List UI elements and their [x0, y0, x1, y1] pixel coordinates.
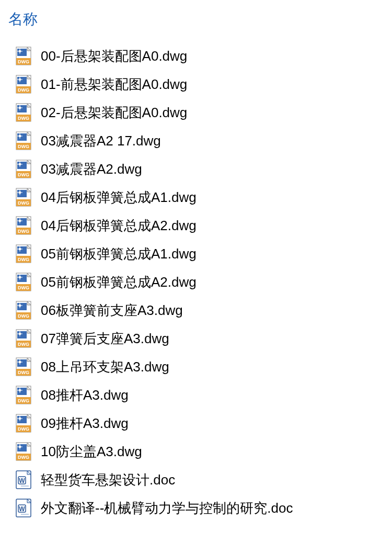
- column-header-name[interactable]: 名称: [0, 0, 392, 42]
- dwg-file-icon: [16, 244, 31, 263]
- file-row[interactable]: 05前钢板弹簧总成A2.dwg: [0, 268, 392, 296]
- dwg-file-icon: [16, 357, 31, 376]
- dwg-file-icon: [16, 442, 31, 461]
- dwg-file-icon: [16, 160, 31, 178]
- file-name-label: 04后钢板弹簧总成A2.dwg: [41, 217, 197, 235]
- file-row[interactable]: 08推杆A3.dwg: [0, 381, 392, 409]
- doc-file-icon: [16, 470, 31, 489]
- file-row[interactable]: 轻型货车悬架设计.doc: [0, 466, 392, 494]
- file-row[interactable]: 02-后悬架装配图A0.dwg: [0, 98, 392, 127]
- file-name-label: 02-后悬架装配图A0.dwg: [41, 104, 187, 122]
- dwg-file-icon: [16, 216, 31, 235]
- file-name-label: 00-后悬架装配图A0.dwg: [41, 47, 187, 65]
- file-name-label: 轻型货车悬架设计.doc: [41, 471, 175, 489]
- file-row[interactable]: 08上吊环支架A3.dwg: [0, 353, 392, 381]
- file-name-label: 01-前悬架装配图A0.dwg: [41, 75, 187, 94]
- dwg-file-icon: [16, 131, 31, 150]
- dwg-file-icon: [16, 414, 31, 433]
- dwg-file-icon: [16, 273, 31, 291]
- file-name-label: 06板弹簧前支座A3.dwg: [41, 301, 183, 320]
- file-row[interactable]: 03减震器A2.dwg: [0, 155, 392, 183]
- file-row[interactable]: 10防尘盖A3.dwg: [0, 437, 392, 466]
- dwg-file-icon: [16, 75, 31, 94]
- file-row[interactable]: 05前钢板弹簧总成A1.dwg: [0, 240, 392, 268]
- file-name-label: 05前钢板弹簧总成A1.dwg: [41, 245, 197, 263]
- dwg-file-icon: [16, 47, 31, 65]
- file-row[interactable]: 01-前悬架装配图A0.dwg: [0, 70, 392, 98]
- doc-file-icon: [16, 499, 31, 517]
- file-name-label: 09推杆A3.dwg: [41, 414, 129, 433]
- file-name-label: 10防尘盖A3.dwg: [41, 443, 142, 461]
- file-name-label: 08推杆A3.dwg: [41, 386, 129, 404]
- file-name-label: 04后钢板弹簧总成A1.dwg: [41, 188, 197, 207]
- dwg-file-icon: [16, 386, 31, 404]
- file-name-label: 07弹簧后支座A3.dwg: [41, 330, 169, 348]
- file-row[interactable]: 04后钢板弹簧总成A2.dwg: [0, 211, 392, 240]
- file-row[interactable]: 00-后悬架装配图A0.dwg: [0, 42, 392, 70]
- dwg-file-icon: [16, 103, 31, 122]
- file-row[interactable]: 06板弹簧前支座A3.dwg: [0, 296, 392, 324]
- file-row[interactable]: 07弹簧后支座A3.dwg: [0, 324, 392, 353]
- file-row[interactable]: 09推杆A3.dwg: [0, 409, 392, 437]
- file-row[interactable]: 外文翻译--机械臂动力学与控制的研究.doc: [0, 494, 392, 522]
- file-name-label: 外文翻译--机械臂动力学与控制的研究.doc: [41, 499, 293, 517]
- file-row[interactable]: 03减震器A2 17.dwg: [0, 127, 392, 155]
- file-name-label: 03减震器A2 17.dwg: [41, 132, 161, 150]
- file-name-label: 05前钢板弹簧总成A2.dwg: [41, 273, 197, 291]
- file-row[interactable]: 04后钢板弹簧总成A1.dwg: [0, 183, 392, 211]
- file-name-label: 03减震器A2.dwg: [41, 160, 142, 178]
- file-name-label: 08上吊环支架A3.dwg: [41, 358, 169, 376]
- file-list: 00-后悬架装配图A0.dwg01-前悬架装配图A0.dwg02-后悬架装配图A…: [0, 42, 392, 533]
- dwg-file-icon: [16, 188, 31, 207]
- dwg-file-icon: [16, 301, 31, 320]
- dwg-file-icon: [16, 329, 31, 348]
